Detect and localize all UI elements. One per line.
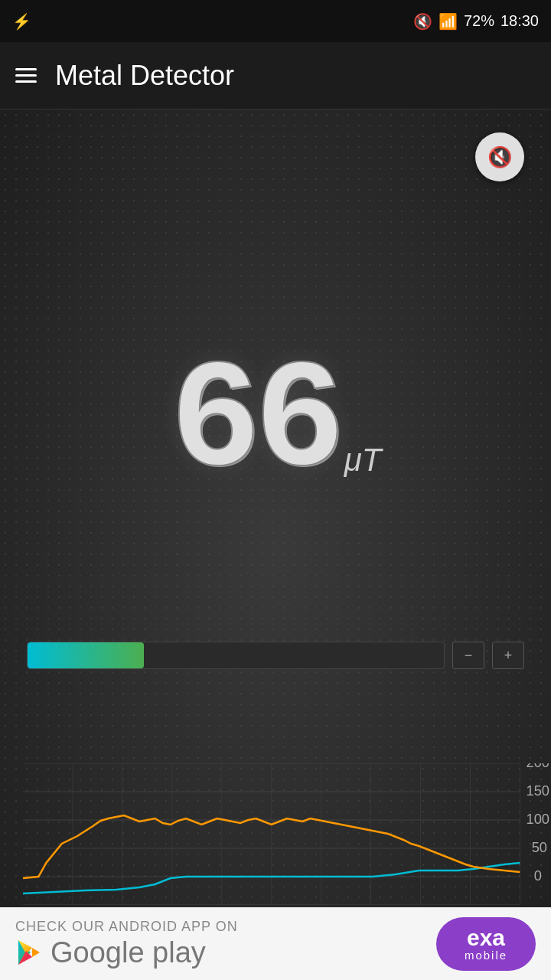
sensor-value: 66 <box>170 347 338 500</box>
ad-google-play: Google play <box>15 936 238 969</box>
app-title: Metal Detector <box>55 60 234 92</box>
signal-icon: 📶 <box>439 12 458 31</box>
progress-fill <box>28 642 144 668</box>
exa-badge: exa mobile <box>436 917 536 971</box>
status-bar: ⚡ 🔇 📶 72% 18:30 <box>0 0 551 42</box>
y-label-200: 200 <box>527 763 549 770</box>
mute-status-icon: 🔇 <box>413 12 432 31</box>
y-label-150: 150 <box>527 783 549 799</box>
decrease-button[interactable]: − <box>452 642 484 669</box>
svg-marker-19 <box>32 948 40 957</box>
y-label-0: 0 <box>534 868 542 884</box>
ad-banner[interactable]: CHECK OUR ANDROID APP ON <box>0 907 551 980</box>
minus-icon: − <box>465 648 473 664</box>
mute-icon: 🔇 <box>487 145 512 169</box>
google-play-text: Google play <box>51 936 206 969</box>
exa-mobile-text: exa mobile <box>465 926 507 961</box>
usb-icon: ⚡ <box>12 12 31 31</box>
progress-area: − + <box>27 636 524 675</box>
sensor-unit: μT <box>344 442 382 479</box>
increase-button[interactable]: + <box>492 642 524 669</box>
mobile-text: mobile <box>465 949 507 961</box>
progress-track <box>27 642 445 669</box>
chart-area: 200 150 100 50 0 <box>23 763 551 905</box>
time-display: 18:30 <box>500 12 539 30</box>
plus-icon: + <box>504 648 513 664</box>
mute-button[interactable]: 🔇 <box>475 132 524 181</box>
main-content: 🔇 66 μT − + <box>0 109 551 980</box>
y-label-100: 100 <box>527 812 549 827</box>
ad-text-area: CHECK OUR ANDROID APP ON <box>15 919 238 969</box>
app-bar: Metal Detector <box>0 42 551 109</box>
ad-check-text: CHECK OUR ANDROID APP ON <box>15 919 238 935</box>
y-label-50: 50 <box>532 840 547 855</box>
battery-level: 72% <box>464 12 494 30</box>
play-store-icon <box>15 939 43 966</box>
chart-svg: 200 150 100 50 0 <box>23 763 551 905</box>
exa-text: exa <box>467 926 505 949</box>
menu-button[interactable] <box>15 68 37 83</box>
reading-display: 66 μT <box>170 347 382 500</box>
